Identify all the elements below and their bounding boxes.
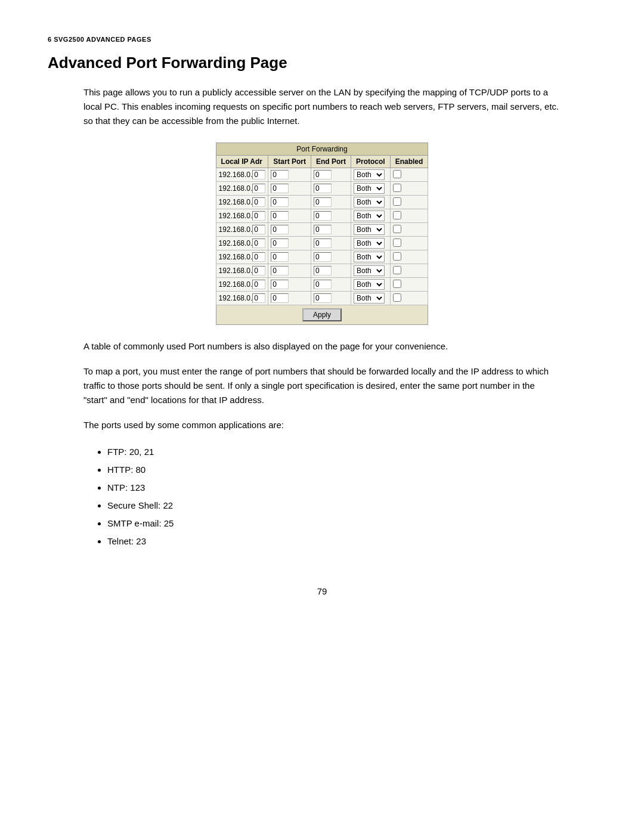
apply-button[interactable]: Apply: [302, 308, 342, 321]
end-port-input[interactable]: [314, 170, 332, 179]
ip-suffix-input[interactable]: [252, 239, 265, 248]
protocol-cell: BothTCPUDP: [351, 223, 391, 237]
end-port-input[interactable]: [314, 184, 332, 193]
start-port-cell: [268, 168, 311, 182]
protocol-select[interactable]: BothTCPUDP: [354, 183, 385, 194]
enabled-cell: [390, 264, 428, 278]
col-header-local-ip: Local IP Adr: [216, 156, 268, 168]
end-port-cell: [311, 292, 351, 305]
end-port-input[interactable]: [314, 293, 332, 303]
start-port-input[interactable]: [271, 266, 289, 275]
enabled-cell: [390, 237, 428, 250]
ip-static-prefix: 192.168.0.: [219, 253, 253, 261]
bullet-item: NTP: 123: [107, 479, 561, 497]
protocol-select[interactable]: BothTCPUDP: [354, 210, 385, 221]
protocol-cell: BothTCPUDP: [351, 278, 391, 292]
ip-cell: 192.168.0.: [216, 264, 268, 278]
protocol-cell: BothTCPUDP: [351, 182, 391, 196]
start-port-input[interactable]: [271, 252, 289, 262]
protocol-cell: BothTCPUDP: [351, 168, 391, 182]
start-port-input[interactable]: [271, 239, 289, 248]
protocol-select[interactable]: BothTCPUDP: [354, 238, 385, 249]
start-port-input[interactable]: [271, 293, 289, 303]
protocol-cell: BothTCPUDP: [351, 264, 391, 278]
start-port-input[interactable]: [271, 280, 289, 289]
protocol-select[interactable]: BothTCPUDP: [354, 169, 385, 180]
end-port-input[interactable]: [314, 211, 332, 221]
start-port-input[interactable]: [271, 197, 289, 207]
enabled-checkbox[interactable]: [393, 197, 401, 206]
bullet-item: Secure Shell: 22: [107, 497, 561, 515]
enabled-cell: [390, 209, 428, 223]
enabled-checkbox[interactable]: [393, 211, 401, 219]
ip-suffix-input[interactable]: [252, 170, 265, 179]
chapter-label: 6 SVG2500 ADVANCED PAGES: [48, 36, 596, 43]
start-port-input[interactable]: [271, 184, 289, 193]
start-port-cell: [268, 182, 311, 196]
enabled-cell: [390, 278, 428, 292]
protocol-select[interactable]: BothTCPUDP: [354, 293, 385, 304]
ip-suffix-input[interactable]: [252, 252, 265, 262]
enabled-checkbox[interactable]: [393, 239, 401, 247]
protocol-select[interactable]: BothTCPUDP: [354, 224, 385, 235]
ip-cell: 192.168.0.: [216, 250, 268, 264]
protocol-select[interactable]: BothTCPUDP: [354, 265, 385, 276]
ip-suffix-input[interactable]: [252, 211, 265, 221]
start-port-cell: [268, 223, 311, 237]
end-port-cell: [311, 196, 351, 209]
ip-static-prefix: 192.168.0.: [219, 212, 253, 220]
end-port-input[interactable]: [314, 252, 332, 262]
end-port-input[interactable]: [314, 239, 332, 248]
col-header-enabled: Enabled: [390, 156, 428, 168]
col-header-protocol: Protocol: [351, 156, 391, 168]
ip-cell: 192.168.0.: [216, 223, 268, 237]
enabled-checkbox[interactable]: [393, 252, 401, 261]
table-caption: Port Forwarding: [216, 143, 429, 155]
bullet-item: HTTP: 80: [107, 461, 561, 479]
start-port-cell: [268, 292, 311, 305]
table-row: 192.168.0.BothTCPUDP: [216, 223, 428, 237]
table-row: 192.168.0.BothTCPUDP: [216, 278, 428, 292]
start-port-input[interactable]: [271, 211, 289, 221]
end-port-input[interactable]: [314, 280, 332, 289]
end-port-input[interactable]: [314, 266, 332, 275]
start-port-cell: [268, 209, 311, 223]
start-port-cell: [268, 196, 311, 209]
table-row: 192.168.0.BothTCPUDP: [216, 292, 428, 305]
ip-cell: 192.168.0.: [216, 209, 268, 223]
body-text-2: To map a port, you must enter the range …: [83, 364, 561, 407]
ip-suffix-input[interactable]: [252, 266, 265, 275]
ip-static-prefix: 192.168.0.: [219, 294, 253, 302]
bullet-item: SMTP e-mail: 25: [107, 515, 561, 532]
page-title: Advanced Port Forwarding Page: [48, 54, 596, 72]
ip-suffix-input[interactable]: [252, 225, 265, 234]
start-port-input[interactable]: [271, 225, 289, 234]
start-port-input[interactable]: [271, 170, 289, 179]
enabled-checkbox[interactable]: [393, 225, 401, 233]
start-port-cell: [268, 250, 311, 264]
protocol-select[interactable]: BothTCPUDP: [354, 252, 385, 262]
ip-cell: 192.168.0.: [216, 168, 268, 182]
start-port-cell: [268, 278, 311, 292]
ip-suffix-input[interactable]: [252, 293, 265, 303]
ip-suffix-input[interactable]: [252, 280, 265, 289]
end-port-cell: [311, 237, 351, 250]
ip-suffix-input[interactable]: [252, 197, 265, 207]
ip-suffix-input[interactable]: [252, 184, 265, 193]
protocol-cell: BothTCPUDP: [351, 196, 391, 209]
enabled-cell: [390, 182, 428, 196]
end-port-input[interactable]: [314, 225, 332, 234]
enabled-checkbox[interactable]: [393, 280, 401, 288]
enabled-checkbox[interactable]: [393, 184, 401, 192]
ip-static-prefix: 192.168.0.: [219, 239, 253, 247]
protocol-select[interactable]: BothTCPUDP: [354, 279, 385, 290]
enabled-cell: [390, 168, 428, 182]
ip-static-prefix: 192.168.0.: [219, 280, 253, 289]
enabled-checkbox[interactable]: [393, 293, 401, 302]
protocol-select[interactable]: BothTCPUDP: [354, 197, 385, 208]
enabled-checkbox[interactable]: [393, 266, 401, 274]
end-port-input[interactable]: [314, 197, 332, 207]
table-row: 192.168.0.BothTCPUDP: [216, 182, 428, 196]
bullet-item: FTP: 20, 21: [107, 443, 561, 461]
enabled-checkbox[interactable]: [393, 170, 401, 178]
